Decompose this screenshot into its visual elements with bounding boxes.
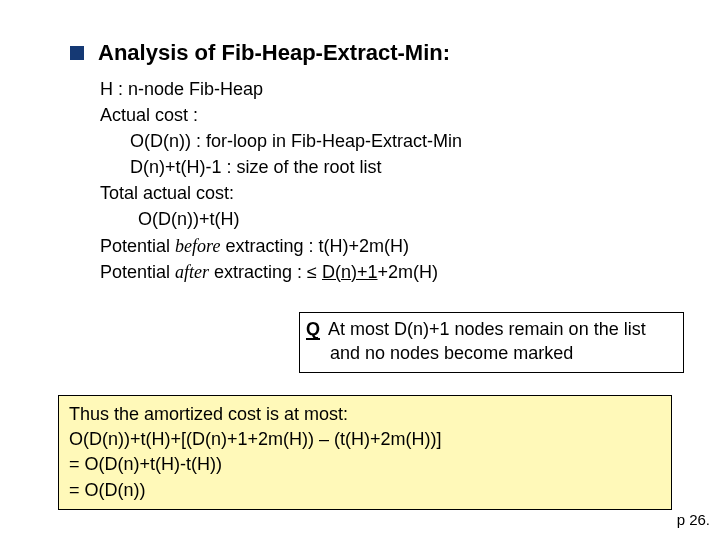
conclusion-box: Thus the amortized cost is at most: O(D(…	[58, 395, 672, 510]
callout-q: Q	[306, 320, 320, 340]
callout-line1: At most D(n)+1 nodes remain on the list	[324, 319, 646, 339]
line-rootlist: D(n)+t(H)-1 : size of the root list	[130, 154, 670, 180]
italic-after: after	[175, 262, 209, 282]
text-frag: extracting : t(H)+2m(H)	[220, 236, 409, 256]
conc-l1: Thus the amortized cost is at most:	[69, 402, 661, 427]
conc-l2: O(D(n))+t(H)+[(D(n)+1+2m(H)) – (t(H)+2m(…	[69, 427, 661, 452]
bullet-icon	[70, 46, 84, 60]
line-actual-cost: Actual cost :	[100, 102, 670, 128]
line-total: Total actual cost:	[100, 180, 670, 206]
conc-l4: = O(D(n))	[69, 478, 661, 503]
line-odn: O(D(n)) : for-loop in Fib-Heap-Extract-M…	[130, 128, 670, 154]
line-total-expr: O(D(n))+t(H)	[138, 206, 670, 232]
title-row: Analysis of Fib-Heap-Extract-Min:	[70, 40, 670, 66]
page-number: p 26.	[677, 511, 710, 528]
text-frag: Potential	[100, 262, 175, 282]
text-frag: Potential	[100, 236, 175, 256]
body-text: H : n-node Fib-Heap Actual cost : O(D(n)…	[100, 76, 670, 285]
callout-line2: and no nodes become marked	[330, 341, 573, 365]
slide-title: Analysis of Fib-Heap-Extract-Min:	[98, 40, 450, 66]
conc-l3: = O(D(n)+t(H)-t(H))	[69, 452, 661, 477]
text-frag: +2m(H)	[378, 262, 439, 282]
text-frag: extracting : ≤	[209, 262, 322, 282]
italic-before: before	[175, 236, 220, 256]
callout-box: Q At most D(n)+1 nodes remain on the lis…	[299, 312, 684, 373]
line-potential-after: Potential after extracting : ≤ D(n)+1+2m…	[100, 259, 670, 285]
line-h: H : n-node Fib-Heap	[100, 76, 670, 102]
line-potential-before: Potential before extracting : t(H)+2m(H)	[100, 233, 670, 259]
underline-dn1: D(n)+1	[322, 262, 378, 282]
